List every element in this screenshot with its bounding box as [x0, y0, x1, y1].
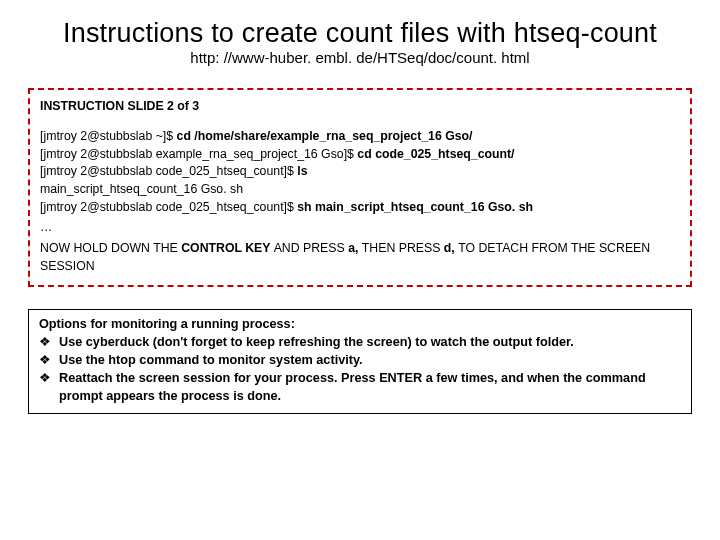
option-text: Use cyberduck (don't forget to keep refr… — [59, 334, 681, 352]
output-text: main_script_htseq_count_16 Gso. sh — [40, 182, 243, 196]
ellipsis: … — [40, 219, 680, 237]
option-item: ❖ Reattach the screen session for your p… — [39, 370, 681, 406]
command-text: cd /home/share/example_rna_seq_project_1… — [177, 129, 473, 143]
prompt-text: [jmtroy 2@stubbslab code_025_htseq_count… — [40, 200, 297, 214]
detach-text: THEN PRESS — [362, 241, 444, 255]
bullet-icon: ❖ — [39, 334, 59, 352]
page-title: Instructions to create count files with … — [28, 18, 692, 49]
detach-text: NOW HOLD DOWN THE — [40, 241, 181, 255]
command-text: sh main_script_htseq_count_16 Gso. sh — [297, 200, 533, 214]
detach-key: a, — [348, 241, 362, 255]
detach-key: d, — [444, 241, 458, 255]
terminal-line-3: [jmtroy 2@stubbslab code_025_htseq_count… — [40, 163, 680, 181]
bullet-icon: ❖ — [39, 352, 59, 370]
page-subtitle: http: //www-huber. embl. de/HTSeq/doc/co… — [28, 49, 692, 66]
terminal-line-2: [jmtroy 2@stubbslab example_rna_seq_proj… — [40, 146, 680, 164]
option-text: Reattach the screen session for your pro… — [59, 370, 681, 406]
command-text: cd code_025_htseq_count/ — [357, 147, 514, 161]
terminal-line-1: [jmtroy 2@stubbslab ~]$ cd /home/share/e… — [40, 128, 680, 146]
instruction-box: INSTRUCTION SLIDE 2 of 3 [jmtroy 2@stubb… — [28, 88, 692, 287]
prompt-text: [jmtroy 2@stubbslab example_rna_seq_proj… — [40, 147, 357, 161]
detach-instruction: NOW HOLD DOWN THE CONTROL KEY AND PRESS … — [40, 240, 680, 276]
terminal-line-5: [jmtroy 2@stubbslab code_025_htseq_count… — [40, 199, 680, 217]
terminal-line-4: main_script_htseq_count_16 Gso. sh — [40, 181, 680, 199]
options-box: Options for monitoring a running process… — [28, 309, 692, 414]
option-item: ❖ Use the htop command to monitor system… — [39, 352, 681, 370]
bullet-icon: ❖ — [39, 370, 59, 406]
options-header: Options for monitoring a running process… — [39, 316, 681, 334]
option-text: Use the htop command to monitor system a… — [59, 352, 681, 370]
prompt-text: [jmtroy 2@stubbslab ~]$ — [40, 129, 177, 143]
detach-key: CONTROL KEY — [181, 241, 273, 255]
slide-label: INSTRUCTION SLIDE 2 of 3 — [40, 98, 680, 116]
prompt-text: [jmtroy 2@stubbslab code_025_htseq_count… — [40, 164, 297, 178]
detach-text: AND PRESS — [274, 241, 348, 255]
command-text: ls — [297, 164, 307, 178]
option-item: ❖ Use cyberduck (don't forget to keep re… — [39, 334, 681, 352]
